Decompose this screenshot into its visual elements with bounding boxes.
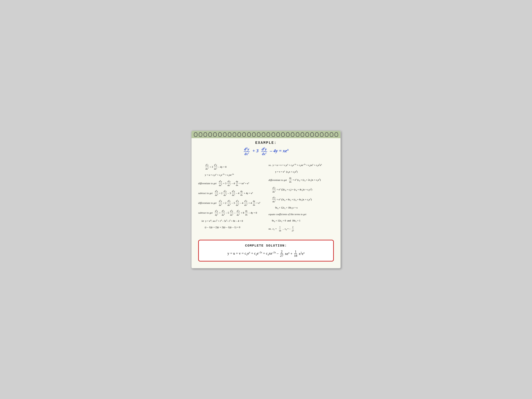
frac-2-27: 2 27 bbox=[291, 225, 294, 232]
spiral-loop bbox=[237, 132, 241, 137]
spiral-loop bbox=[310, 132, 314, 137]
spiral-loop bbox=[203, 132, 207, 137]
eq-row-1: d2y dx2 + 3 d2y dx2 – 4y = 0 bbox=[205, 163, 264, 171]
frac-dy-dx: dy dx bbox=[236, 180, 239, 187]
subtract-label-2: subtract to get d5y dy5 + d4y dx4 – 5 d bbox=[198, 209, 264, 217]
frac-dy-3: dy dx bbox=[253, 199, 255, 207]
frac-d4y-3: d4y dx4 bbox=[227, 199, 231, 207]
differentiate-label-1: differentiate to get d4y dx4 + 3 d2y dx2… bbox=[198, 180, 264, 187]
c-values: so, c5 = 1 18 , c4 = – 2 27 bbox=[268, 225, 334, 232]
spiral-loop bbox=[296, 132, 299, 137]
d2y-dx2-eq1: d2y dx2 = ex (2(c4 + c5) + (c4 + 4c5)x +… bbox=[272, 186, 334, 194]
frac-d2y-2: d2y dx2 bbox=[223, 189, 227, 197]
spiral-loop bbox=[325, 132, 329, 137]
frac-d2y: d2y dx2 bbox=[227, 180, 231, 187]
frac-d4y-dx4: d4y dx4 bbox=[219, 180, 222, 187]
frac-d4y-4: d4y dx4 bbox=[222, 209, 225, 217]
sub-row-2: subtract to get d5y dy5 + d4y dx4 – 5 d bbox=[198, 209, 264, 217]
coeff-values: 9c4 + 12c5 = 0 and 18c5 = 1 bbox=[272, 219, 334, 223]
spiral-loop bbox=[281, 132, 285, 137]
frac-d2y-3: d2y dx2 bbox=[232, 189, 235, 197]
spiral-loop bbox=[194, 132, 197, 137]
frac-d2y-dx2-b: d2y dx2 bbox=[214, 163, 217, 171]
so-y-eq: so, y = u + v = c1ex + c2e–2x + c3xe–2x … bbox=[268, 163, 334, 167]
spiral-loop bbox=[320, 132, 323, 137]
frac-d5y: d5y dx5 bbox=[219, 199, 222, 207]
diff-row-2: differentiate to get d5y dx5 + 2 d4y dx4… bbox=[198, 199, 264, 207]
frac-d2y-r2: d2y dx2 bbox=[272, 196, 276, 203]
frac-1-18: 1 18 bbox=[279, 225, 281, 232]
factored-eq: (r – 1)(r + 2)(r + 2)(r – 1)(r – 1) = 0 bbox=[205, 225, 264, 229]
notebook-page: EXAMPLE: d2y dx2 + 3 d2y dx2 – 4y = xex bbox=[191, 131, 341, 269]
frac-dy-2: dy dx bbox=[240, 190, 243, 197]
solution-title: COMPLETE SOLUTION: bbox=[204, 244, 328, 247]
spiral-loop bbox=[233, 132, 236, 137]
main-eq-frac1: d2y dx2 bbox=[244, 147, 250, 156]
spiral-loop bbox=[199, 132, 202, 137]
spiral-loop bbox=[286, 132, 290, 137]
main-equation: d2y dx2 + 3 d2y dx2 – 4y = xex bbox=[198, 147, 334, 156]
spiral-loop bbox=[262, 132, 265, 137]
frac-denominator: dx2 bbox=[261, 152, 267, 156]
c-values-row: so, c5 = 1 18 , c4 = – 2 27 bbox=[268, 225, 334, 232]
frac-d5y-2: d5y dy5 bbox=[215, 209, 218, 217]
y-v-eq: y = v = ex (c4x + c5x2) bbox=[275, 170, 334, 174]
frac-dy-dx-r: dy dx bbox=[289, 176, 292, 184]
equate-label: equate coefficients of like terms to get bbox=[268, 212, 334, 216]
spiral-loop bbox=[335, 132, 338, 137]
spiral-loop bbox=[291, 132, 294, 137]
spiral-loop bbox=[252, 132, 256, 137]
page-content: EXAMPLE: d2y dx2 + 3 d2y dx2 – 4y = xex bbox=[198, 141, 334, 262]
spiral-binding bbox=[191, 131, 341, 138]
frac-d4y-2: d4y dx4 bbox=[215, 189, 218, 197]
left-column: d2y dx2 + 3 d2y dx2 – 4y = 0 y = u = c1e… bbox=[198, 161, 264, 235]
complete-solution-box: COMPLETE SOLUTION: y = u + v = c1ex + c2… bbox=[198, 240, 334, 261]
frac-numerator: d2y bbox=[261, 147, 267, 152]
frac-denominator: dx2 bbox=[244, 152, 250, 156]
spiral-loop bbox=[330, 132, 333, 137]
let-y-eq: let y = erx, so r5 + r4 – 5r3– r2 + 8r –… bbox=[202, 219, 264, 223]
spiral-loop bbox=[266, 132, 270, 137]
coeff-eq: 9c4 + 12c5 + 18c5x = x bbox=[275, 206, 334, 210]
d2y-dx2-eq2: d2y dx2 = ex (3c4 + 6c5 + (c4 + 6c5)x + … bbox=[272, 196, 334, 203]
frac-d3y: d3y dx3 bbox=[230, 209, 234, 217]
sub-row-1: subtract to get d4y dx4 + 2 d2y dx2 – 3 bbox=[198, 189, 264, 197]
homogeneous-eq: d2y dx2 + 3 d2y dx2 – 4y = 0 bbox=[205, 163, 264, 171]
solution-equation: y = u + v = c1ex + c2e–2x + c3xe–2x – 2 … bbox=[204, 250, 328, 258]
spiral-loop bbox=[228, 132, 231, 137]
diff-right-row: differentiate to get dy dx = ex (c4 + (c… bbox=[268, 176, 334, 184]
differentiate-label-2: differentiate to get d5y dx5 + 2 d4y dx4… bbox=[198, 199, 264, 207]
spiral-loop bbox=[305, 132, 309, 137]
frac-dy-4: dy dx bbox=[245, 209, 248, 216]
right-column: so, y = u + v = c1ex + c2e–2x + c3xe–2x … bbox=[268, 161, 334, 235]
spiral-loop bbox=[272, 132, 275, 137]
example-title: EXAMPLE: bbox=[198, 141, 334, 145]
d2y-row-1: d2y dx2 = ex (2(c4 + c5) + (c4 + 4c5)x +… bbox=[272, 186, 334, 194]
diff-row-1: differentiate to get d4y dx4 + 3 d2y dx2… bbox=[198, 180, 264, 187]
frac-d2y-5: d2y dx2 bbox=[244, 199, 248, 207]
frac-d2y-r1: d2y dx2 bbox=[272, 186, 276, 194]
spiral-loop bbox=[315, 132, 319, 137]
spiral-loop bbox=[213, 132, 217, 137]
d2y-row-2: d2y dx2 = ex (3c4 + 6c5 + (c4 + 6c5)x + … bbox=[272, 196, 334, 203]
diff-right-label: differentiate to get dy dx = ex (c4 + (c… bbox=[268, 176, 334, 184]
spiral-loop bbox=[257, 132, 260, 137]
subtract-label-1: subtract to get d4y dx4 + 2 d2y dx2 – 3 bbox=[198, 189, 264, 197]
frac-numerator: d2y bbox=[244, 147, 250, 152]
spiral-loop bbox=[247, 132, 251, 137]
spiral-loop bbox=[242, 132, 246, 137]
spiral-loop bbox=[218, 132, 222, 137]
spiral-loop bbox=[301, 132, 304, 137]
y-u-eq: y = u = c1ex + c2e–2x + c3xe–2x bbox=[205, 173, 264, 177]
main-eq-frac2: d2y dx2 bbox=[261, 147, 267, 156]
spiral-loop bbox=[208, 132, 212, 137]
frac-d2y-6: d2y dx2 bbox=[236, 209, 240, 217]
two-column-layout: d2y dx2 + 3 d2y dx2 – 4y = 0 y = u = c1e… bbox=[198, 161, 334, 235]
spiral-loop bbox=[223, 132, 227, 137]
frac-d2y-4: d2y dx2 bbox=[236, 199, 239, 207]
sol-frac-2-27: 2 27 bbox=[280, 250, 284, 258]
sol-frac-1-18: 1 18 bbox=[293, 250, 298, 258]
spiral-loop bbox=[276, 132, 280, 137]
frac-d2y-dx2: d2y dx2 bbox=[205, 163, 209, 171]
